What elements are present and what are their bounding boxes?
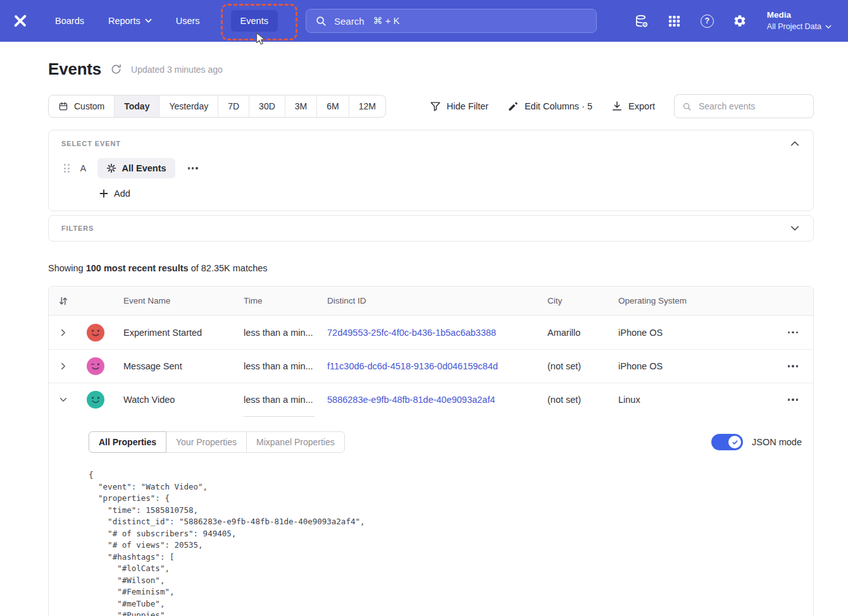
event-selector-pill[interactable]: All Events <box>97 158 175 178</box>
page-title: Events <box>48 59 101 79</box>
expand-row-button[interactable] <box>54 357 72 375</box>
col-distinct-id[interactable]: Distinct ID <box>317 296 537 305</box>
filters-heading: FILTERS <box>61 225 94 232</box>
distinct-id-link[interactable]: f11c30d6-dc6d-4518-9136-0d046159c84d <box>327 361 498 371</box>
results-count: 100 most recent results <box>86 263 189 273</box>
city-cell: Amarillo <box>537 328 608 338</box>
collapse-row-button[interactable] <box>54 391 72 409</box>
chevron-down-icon <box>59 395 68 404</box>
table-header-row: Event Name Time Distinct ID City Operati… <box>49 286 813 316</box>
chevron-right-icon <box>59 362 68 371</box>
date-today[interactable]: Today <box>115 95 159 117</box>
chevron-down-icon <box>145 18 152 23</box>
expand-row-button[interactable] <box>54 324 72 342</box>
json-mode-control: JSON mode <box>711 434 802 450</box>
grid-glyph <box>668 15 681 28</box>
controls-row: Custom Today Yesterday 7D 30D 3M 6M 12M … <box>48 94 814 118</box>
results-summary: Showing 100 most recent results of 82.35… <box>48 263 814 273</box>
row-more-button[interactable] <box>785 396 801 403</box>
sort-button[interactable] <box>49 296 78 306</box>
col-event-name[interactable]: Event Name <box>113 296 234 305</box>
nav-events-wrap: Events <box>231 10 278 32</box>
table-row-expanded[interactable]: Watch Video less than a min... 5886283e-… <box>49 383 813 416</box>
date-12m[interactable]: 12M <box>349 95 385 117</box>
nav-reports-label: Reports <box>108 16 140 26</box>
global-search-label: Search <box>334 16 365 27</box>
main-content: Events Updated 3 minutes ago Custom Toda… <box>0 42 848 616</box>
edit-columns-button[interactable]: Edit Columns · 5 <box>508 101 592 112</box>
drag-handle-icon[interactable] <box>64 164 70 173</box>
mixpanel-logo-icon <box>13 13 28 28</box>
nav-users[interactable]: Users <box>166 10 209 32</box>
primary-nav: Boards Reports Users Events <box>46 10 278 32</box>
row-more-button[interactable] <box>785 362 801 369</box>
tab-your-properties[interactable]: Your Properties <box>166 431 247 453</box>
add-event-button[interactable]: Add <box>99 188 130 199</box>
select-event-heading: SELECT EVENT <box>61 140 121 147</box>
hide-filter-button[interactable]: Hide Filter <box>430 101 489 112</box>
avatar-face <box>87 357 104 375</box>
select-event-card: SELECT EVENT A All Events <box>48 130 814 211</box>
date-6m[interactable]: 6M <box>317 95 349 117</box>
avatar-face <box>87 391 104 409</box>
distinct-id-link[interactable]: 5886283e-e9fb-48fb-81de-40e9093a2af4 <box>327 395 495 405</box>
search-events-input[interactable] <box>697 101 806 112</box>
export-button[interactable]: Export <box>611 101 655 112</box>
date-30d[interactable]: 30D <box>249 95 285 117</box>
date-custom[interactable]: Custom <box>49 95 115 117</box>
check-icon <box>732 439 739 446</box>
mixpanel-logo[interactable] <box>13 13 29 29</box>
col-os[interactable]: Operating System <box>608 296 773 305</box>
event-pill-label: All Events <box>122 163 166 173</box>
event-avatar <box>87 324 104 342</box>
refresh-button[interactable] <box>110 63 122 75</box>
os-cell: iPhone OS <box>608 328 773 338</box>
edit-columns-label: Edit Columns · 5 <box>525 101 592 111</box>
project-selector[interactable]: Media All Project Data <box>767 9 832 32</box>
json-mode-toggle[interactable] <box>711 434 743 450</box>
apps-grid-icon[interactable] <box>667 14 682 28</box>
pencil-icon <box>508 101 519 112</box>
refresh-icon <box>110 63 122 75</box>
table-row[interactable]: Message Sent less than a min... f11c30d6… <box>49 349 813 383</box>
download-icon <box>611 101 623 112</box>
expand-filters-button[interactable] <box>789 224 801 233</box>
help-glyph: ? <box>701 15 714 28</box>
gear-glyph <box>733 14 747 28</box>
search-events-field[interactable] <box>674 94 814 118</box>
tab-mixpanel-properties[interactable]: Mixpanel Properties <box>246 431 345 453</box>
nav-events[interactable]: Events <box>231 10 278 32</box>
tab-all-properties[interactable]: All Properties <box>89 431 166 453</box>
date-7d[interactable]: 7D <box>218 95 249 117</box>
clause-letter: A <box>80 163 87 173</box>
chevron-down-icon <box>790 225 799 231</box>
nav-boards[interactable]: Boards <box>46 10 94 32</box>
distinct-id-link[interactable]: 72d49553-25fc-4f0c-b436-1b5ac6ab3388 <box>327 328 496 338</box>
event-name-cell: Message Sent <box>113 361 234 371</box>
date-3m[interactable]: 3M <box>285 95 317 117</box>
data-cylinder-glyph <box>634 14 649 28</box>
nav-reports[interactable]: Reports <box>99 10 161 32</box>
clause-more-button[interactable] <box>185 164 201 171</box>
collapse-section-button[interactable] <box>789 139 801 148</box>
gear-icon[interactable] <box>733 14 747 28</box>
date-range-picker: Custom Today Yesterday 7D 30D 3M 6M 12M <box>48 95 386 118</box>
row-more-button[interactable] <box>785 329 801 336</box>
row-detail-panel: All Properties Your Properties Mixpanel … <box>49 416 813 616</box>
hide-filter-label: Hide Filter <box>447 101 489 111</box>
help-icon[interactable]: ? <box>700 14 714 28</box>
city-cell: (not set) <box>537 361 608 371</box>
results-suffix: of 82.35K matches <box>191 263 268 273</box>
avatar-face <box>87 324 104 342</box>
export-label: Export <box>628 101 655 111</box>
chevron-right-icon <box>59 328 68 337</box>
time-cell: less than a min... <box>234 361 317 371</box>
properties-tabs: All Properties Your Properties Mixpanel … <box>89 431 345 453</box>
global-search[interactable]: Search ⌘ + K <box>306 9 597 33</box>
date-yesterday[interactable]: Yesterday <box>159 95 218 117</box>
data-management-icon[interactable] <box>634 14 649 28</box>
event-avatar <box>87 357 104 375</box>
col-time[interactable]: Time <box>234 296 317 305</box>
table-row[interactable]: Experiment Started less than a min... 72… <box>49 316 813 349</box>
col-city[interactable]: City <box>537 296 608 305</box>
